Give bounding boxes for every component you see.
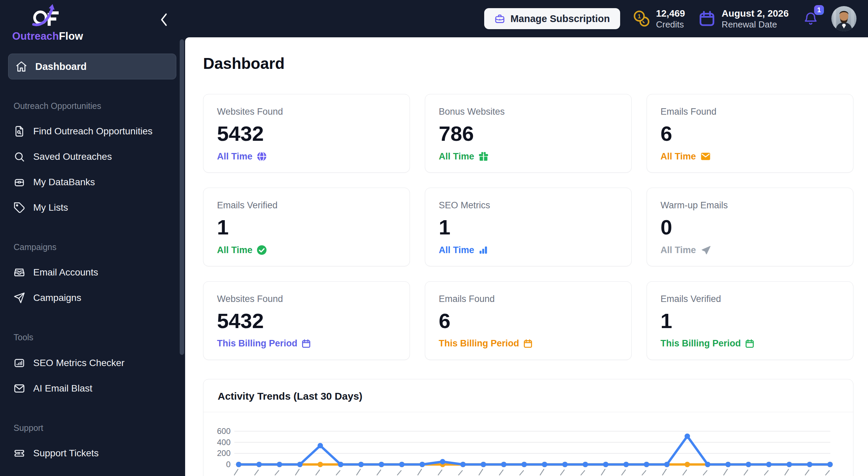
svg-text:0: 0 (226, 460, 231, 469)
send-icon (14, 292, 25, 304)
sidebar-item-support-tickets[interactable]: Support Tickets (8, 443, 176, 463)
tag-icon (14, 202, 25, 213)
stat-card-emails-found-billing: Emails Found 6 This Billing Period (425, 281, 632, 360)
section-header-support: Support (14, 422, 43, 433)
search-icon (14, 151, 25, 163)
stat-card-emails-found-all-time: Emails Found 6 All Time (647, 94, 853, 173)
sidebar-item-label: My Lists (33, 202, 68, 213)
mail-filled-icon (700, 151, 711, 162)
sidebar-item-find-outreach-opportunities[interactable]: Find Outreach Opportunities (8, 121, 176, 141)
chart-title: Activity Trends (Last 30 Days) (218, 390, 839, 402)
globe-icon (256, 151, 267, 162)
stat-card-emails-verified-billing: Emails Verified 1 This Billing Period (647, 281, 853, 360)
sidebar-item-label: Saved Outreaches (33, 151, 112, 162)
activity-trends-card: Activity Trends (Last 30 Days) 020040060… (203, 379, 853, 476)
manage-subscription-button[interactable]: Manage Subscription (484, 8, 620, 29)
credits-value: 12,469 (656, 8, 685, 19)
calendar-icon (698, 9, 716, 28)
page-title: Dashboard (203, 54, 853, 73)
logo-monogram-icon (31, 3, 63, 28)
renewal-date-label: Renewal Date (722, 19, 789, 30)
sidebar: Dashboard Outreach Opportunities Find Ou… (0, 0, 185, 476)
inbox-stack-icon (14, 267, 25, 278)
calendar-icon (523, 339, 533, 349)
user-avatar[interactable] (831, 6, 856, 31)
renewal-date-value: August 2, 2026 (722, 8, 789, 19)
topbar: OutreachFlow Manage Subscription (0, 0, 868, 37)
sidebar-item-label: My DataBanks (33, 177, 95, 188)
bar-chart-panel-icon (14, 357, 25, 369)
sidebar-item-campaigns[interactable]: Campaigns (8, 288, 176, 308)
chevron-left-icon (159, 13, 169, 27)
section-header-campaigns: Campaigns (14, 242, 56, 252)
sidebar-item-label: Find Outreach Opportunities (33, 126, 153, 137)
stat-card-seo-metrics-all-time: SEO Metrics 1 All Time (425, 188, 632, 266)
sidebar-item-label: AI Email Blast (33, 383, 92, 394)
renewal-info: August 2, 2026 Renewal Date (698, 8, 789, 30)
mail-icon (14, 383, 25, 394)
sidebar-scrollbar-thumb[interactable] (180, 39, 184, 355)
sidebar-item-label: SEO Metrics Checker (33, 358, 124, 368)
send-filled-icon (700, 245, 711, 255)
chart-svg: 0200400600 (203, 412, 854, 476)
logo-wordmark: OutreachFlow (12, 30, 82, 42)
section-header-outreach-opportunities: Outreach Opportunities (14, 100, 101, 111)
ticket-icon (14, 448, 25, 459)
main-content: Dashboard Websites Found 5432 All Time B… (185, 37, 868, 476)
calendar-icon (745, 339, 755, 349)
check-circle-icon (256, 245, 267, 255)
sidebar-item-label: Support Tickets (33, 448, 99, 459)
stat-card-emails-verified-all-time: Emails Verified 1 All Time (203, 188, 410, 266)
gift-icon (478, 151, 489, 162)
sidebar-item-ai-email-blast[interactable]: AI Email Blast (8, 379, 176, 398)
svg-text:200: 200 (217, 449, 231, 458)
bar-chart-icon (478, 245, 488, 255)
sidebar-item-label: Email Accounts (33, 267, 98, 278)
stat-card-warmup-emails-all-time: Warm-up Emails 0 All Time (647, 188, 853, 266)
sidebar-item-saved-outreaches[interactable]: Saved Outreaches (8, 147, 176, 167)
credits-info: 1 12,469 Credits (633, 8, 685, 30)
app-logo[interactable]: OutreachFlow (12, 3, 82, 42)
sidebar-item-label: Dashboard (35, 61, 86, 72)
sidebar-item-my-databanks[interactable]: My DataBanks (8, 172, 176, 192)
section-header-tools: Tools (14, 332, 33, 343)
databank-icon (14, 176, 25, 188)
sidebar-collapse-button[interactable] (157, 12, 172, 27)
coins-icon: 1 (633, 10, 651, 27)
stat-card-websites-found-billing: Websites Found 5432 This Billing Period (203, 281, 410, 360)
stat-card-websites-found-all-time: Websites Found 5432 All Time (203, 94, 410, 173)
svg-text:400: 400 (217, 438, 231, 447)
briefcase-icon (494, 13, 505, 24)
sidebar-item-dashboard[interactable]: Dashboard (8, 54, 176, 79)
home-icon (15, 60, 27, 73)
activity-trends-chart: 0200400600 (203, 412, 853, 476)
calendar-icon (301, 339, 311, 349)
svg-text:1: 1 (637, 13, 641, 20)
notification-count-badge: 1 (814, 5, 824, 15)
stat-cards-grid: Websites Found 5432 All Time Bonus Websi… (203, 94, 853, 360)
stat-card-bonus-websites-all-time: Bonus Websites 786 All Time (425, 94, 632, 173)
notifications-button[interactable]: 1 (803, 11, 818, 27)
credits-label: Credits (656, 19, 685, 30)
avatar-photo (831, 6, 856, 31)
svg-text:600: 600 (217, 426, 231, 436)
sidebar-item-my-lists[interactable]: My Lists (8, 198, 176, 217)
file-search-icon (14, 126, 25, 137)
sidebar-item-label: Campaigns (33, 292, 81, 303)
sidebar-item-email-accounts[interactable]: Email Accounts (8, 263, 176, 282)
sidebar-item-seo-metrics-checker[interactable]: SEO Metrics Checker (8, 353, 176, 373)
